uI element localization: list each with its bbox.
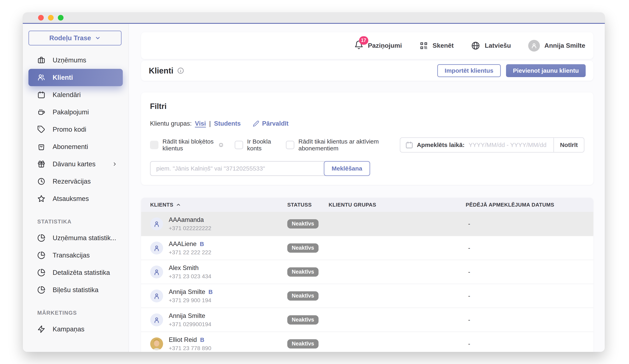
sidebar-section-marketings: MĀRKETINGS bbox=[37, 310, 128, 316]
client-name: Alex Smith bbox=[169, 264, 199, 272]
bag-icon bbox=[37, 143, 45, 151]
client-photo-avatar bbox=[150, 337, 163, 350]
column-header-statuss[interactable]: STATUSS bbox=[287, 202, 329, 208]
bookla-badge: B bbox=[208, 289, 213, 295]
zap-icon bbox=[37, 325, 45, 333]
sidebar-item-pakalpojumi[interactable]: Pakalpojumi bbox=[28, 103, 123, 121]
sidebar-item-transakcijas[interactable]: Transakcijas bbox=[28, 247, 123, 264]
sidebar-item-davanu-kartes[interactable]: Dāvanu kartes bbox=[28, 155, 123, 173]
user-icon bbox=[153, 292, 160, 300]
add-client-button[interactable]: Pievienot jaunu klientu bbox=[506, 64, 586, 77]
client-avatar bbox=[150, 242, 163, 255]
clients-table: KLIENTS STATUSS KLIENTU GRUPAS PĒDĒJĀ AP… bbox=[141, 198, 593, 352]
sort-ascending-icon bbox=[176, 202, 181, 207]
sidebar-item-abonementi[interactable]: Abonementi bbox=[28, 138, 123, 155]
client-avatar bbox=[150, 313, 163, 326]
close-window-button[interactable] bbox=[38, 15, 44, 20]
user-icon bbox=[531, 42, 537, 49]
app-window: Rodeļu Trase Uzņēmums Klienti Kalendāri … bbox=[23, 12, 605, 352]
sidebar: Rodeļu Trase Uzņēmums Klienti Kalendāri … bbox=[23, 24, 129, 352]
status-badge: Neaktīvs bbox=[287, 267, 318, 277]
sidebar-item-kampanas[interactable]: Kampaņas bbox=[28, 321, 123, 338]
sidebar-item-uznemums[interactable]: Uzņēmums bbox=[28, 52, 123, 69]
sidebar-item-uznemuma-statistika[interactable]: Uzņēmuma statistik... bbox=[28, 229, 123, 247]
client-groups-row: Klientu grupas: Visi | Students Pārvaldī… bbox=[150, 120, 585, 127]
column-header-klients[interactable]: KLIENTS bbox=[150, 202, 287, 208]
status-badge: Neaktīvs bbox=[287, 291, 318, 301]
chevron-down-icon bbox=[95, 35, 101, 41]
table-row[interactable]: Elliot ReidB +371 23 778 890 Neaktīvs - bbox=[141, 332, 593, 352]
table-header-row: KLIENTS STATUSS KLIENTU GRUPAS PĒDĒJĀ AP… bbox=[141, 198, 593, 212]
search-button[interactable]: Meklēšana bbox=[324, 161, 370, 176]
pie-chart-icon bbox=[37, 251, 45, 259]
user-icon bbox=[153, 244, 160, 252]
checkbox-active-subscriptions[interactable]: Rādīt tikai klientus ar aktīviem aboneme… bbox=[286, 138, 388, 152]
checkbox-blocked-clients[interactable]: Rādīt tikai bloķētos klientus bbox=[150, 138, 223, 152]
import-clients-button[interactable]: Importēt klientus bbox=[437, 64, 501, 77]
user-avatar bbox=[528, 40, 540, 52]
calendar-icon bbox=[37, 91, 45, 99]
table-row[interactable]: AAALieneB +371 22 222 222 Neaktīvs - bbox=[141, 236, 593, 260]
filters-title: Filtri bbox=[150, 102, 585, 111]
column-header-klientu-grupas[interactable]: KLIENTU GRUPAS bbox=[329, 202, 466, 208]
info-icon[interactable] bbox=[219, 142, 223, 148]
status-badge: Neaktīvs bbox=[287, 219, 318, 229]
notification-count-badge: 17 bbox=[359, 36, 368, 45]
table-row[interactable]: Alex Smith +371 23 023 434 Neaktīvs - bbox=[141, 260, 593, 284]
titlebar bbox=[23, 12, 605, 24]
sidebar-item-detalizeta-statistika[interactable]: Detalizēta statistika bbox=[28, 264, 123, 281]
checkbox-blocked-box[interactable] bbox=[150, 141, 158, 149]
tag-icon bbox=[37, 125, 45, 133]
last-visit-cell: - bbox=[466, 220, 593, 227]
user-icon bbox=[153, 268, 160, 276]
sidebar-item-klienti[interactable]: Klienti bbox=[28, 69, 123, 86]
column-header-pedeja-apmeklejuma-datums[interactable]: PĒDĒJĀ APMEKLĒJUMA DATUMS bbox=[466, 202, 593, 208]
checkbox-bookla-box[interactable] bbox=[235, 141, 243, 149]
calendar-icon bbox=[405, 141, 413, 149]
info-icon[interactable] bbox=[177, 67, 184, 74]
scan-button[interactable]: Skenēt bbox=[419, 41, 454, 50]
user-menu[interactable]: Annija Smilte bbox=[528, 40, 585, 52]
filter-controls-row: Rādīt tikai bloķētos klientus Ir Bookla … bbox=[150, 137, 585, 153]
sidebar-item-bilesu-statistika[interactable]: Biļešu statistika bbox=[28, 281, 123, 299]
last-visit-cell: - bbox=[466, 340, 593, 348]
client-phone: +371 23 778 890 bbox=[169, 345, 211, 352]
briefcase-icon bbox=[37, 56, 45, 64]
sidebar-item-kalendari[interactable]: Kalendāri bbox=[28, 86, 123, 103]
manage-groups-link[interactable]: Pārvaldīt bbox=[253, 120, 289, 127]
sidebar-section-statistika: STATISTIKA bbox=[37, 219, 128, 225]
filters-panel: Filtri Klientu grupas: Visi | Students P… bbox=[141, 92, 593, 185]
organization-selector[interactable]: Rodeļu Trase bbox=[28, 31, 122, 45]
table-row[interactable]: Annija SmilteB +371 29 900 194 Neaktīvs … bbox=[141, 284, 593, 308]
language-selector[interactable]: Latviešu bbox=[471, 41, 511, 50]
zoom-window-button[interactable] bbox=[58, 15, 63, 20]
visited-date-input[interactable]: YYYY/MM/dd - YYYY/MM/dd bbox=[469, 142, 553, 148]
checkbox-bookla-account[interactable]: Ir Bookla konts bbox=[235, 138, 275, 152]
pie-chart-icon bbox=[37, 269, 45, 277]
last-visit-cell: - bbox=[466, 292, 593, 300]
clear-date-button[interactable]: Notīrīt bbox=[554, 142, 584, 148]
pencil-icon bbox=[253, 120, 259, 127]
sidebar-item-atsauksmes[interactable]: Atsauksmes bbox=[28, 190, 123, 207]
checkbox-active-subs-box[interactable] bbox=[286, 141, 294, 149]
group-filter-all[interactable]: Visi bbox=[195, 120, 206, 127]
globe-icon bbox=[471, 41, 480, 50]
last-visit-cell: - bbox=[466, 268, 593, 275]
sidebar-item-rezervacijas[interactable]: Rezervācijas bbox=[28, 173, 123, 190]
minimize-window-button[interactable] bbox=[48, 15, 54, 20]
organization-name: Rodeļu Trase bbox=[49, 34, 91, 42]
main-content: 17 Paziņojumi Skenēt Latviešu Annija S bbox=[129, 24, 605, 352]
group-filter-students[interactable]: Students bbox=[214, 120, 241, 127]
client-groups-label: Klientu grupas: bbox=[150, 120, 192, 127]
client-phone: +371 23 023 434 bbox=[169, 273, 211, 280]
notifications-button[interactable]: 17 Paziņojumi bbox=[354, 40, 402, 51]
chevron-right-icon bbox=[112, 161, 118, 167]
pie-chart-icon bbox=[37, 234, 45, 242]
table-row[interactable]: Annija Smilte +371 029900194 Neaktīvs - bbox=[141, 308, 593, 332]
table-row[interactable]: AAAamanda +371 022222222 Neaktīvs - bbox=[141, 212, 593, 236]
sidebar-item-promo-kodi[interactable]: Promo kodi bbox=[28, 121, 123, 138]
bookla-badge: B bbox=[200, 241, 204, 247]
client-name: Elliot Reid bbox=[169, 336, 197, 344]
users-icon bbox=[37, 74, 45, 82]
search-input[interactable] bbox=[150, 161, 325, 176]
